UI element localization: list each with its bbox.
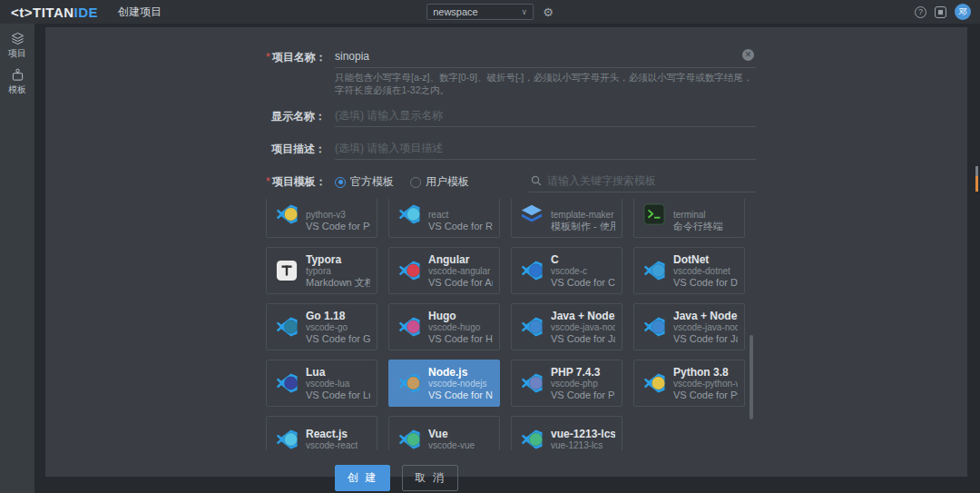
template-name: vscode-angular (428, 266, 493, 277)
template-card[interactable]: Python 3.8 vscode-python-v3 VS Code for … (633, 360, 745, 407)
clear-input-icon[interactable]: ✕ (742, 49, 754, 61)
app-logo: <t>TITANIDE (11, 5, 98, 20)
template-desc: 命令行终端 (673, 221, 723, 232)
template-box-icon (11, 68, 24, 82)
radio-user-template[interactable]: 用户模板 (410, 174, 469, 190)
template-card[interactable]: python-v3 VS Code for Python (266, 199, 377, 238)
vscode-icon (273, 429, 300, 451)
layers-icon (518, 203, 545, 225)
template-title: C (551, 253, 615, 266)
template-title: Python 3.8 (673, 366, 738, 379)
template-card[interactable]: Java + Node10 vscode-java-node10 VS Code… (511, 303, 622, 350)
grid-scrollbar-thumb[interactable] (750, 335, 753, 419)
template-name: react (428, 210, 493, 221)
project-name-label: *项目名称： (266, 47, 326, 65)
template-title: Lua (306, 366, 370, 379)
vscode-icon (518, 260, 545, 282)
template-card[interactable]: Java + Node16 vscode-java-node16 VS Code… (633, 303, 745, 350)
project-name-row: *项目名称： ✕ (266, 47, 756, 68)
template-card[interactable]: Go 1.18 vscode-go VS Code for Go 1.18 (266, 303, 377, 350)
cancel-button[interactable]: 取 消 (402, 465, 457, 491)
template-card[interactable]: vue-1213-lcs vue-1213-lcs (511, 416, 622, 450)
template-desc: VS Code for Python (673, 389, 738, 401)
chevron-down-icon: ∨ (522, 7, 528, 16)
template-desc: VS Code for Go 1.18 (306, 333, 370, 345)
template-card[interactable]: Vue vscode-vue (388, 416, 500, 450)
radio-selected-icon (335, 177, 346, 188)
page-scrollbar-marker[interactable] (975, 176, 978, 192)
template-name: vscode-react (306, 440, 358, 450)
template-card[interactable]: PHP 7.4.3 vscode-php VS Code for PHP (511, 360, 622, 407)
project-name-input[interactable] (335, 48, 756, 68)
template-title: Go 1.18 (306, 310, 370, 322)
workspace-select[interactable]: newspace ∨ (426, 4, 534, 20)
template-title: Hugo (428, 310, 493, 322)
template-name: vscode-php (551, 379, 615, 389)
template-card[interactable]: Angular vscode-angular VS Code for Angul… (388, 247, 500, 294)
vscode-icon (518, 372, 545, 395)
template-name: vscode-python-v3 (673, 379, 738, 389)
vscode-icon (518, 316, 545, 339)
template-name: vscode-go (306, 322, 370, 333)
template-desc: VS Code for React.js (428, 221, 493, 232)
vscode-icon (273, 372, 300, 395)
template-search-input[interactable] (529, 173, 756, 192)
template-desc: VS Code for Java + ... (551, 333, 615, 345)
template-card[interactable]: Node.js vscode-nodejs VS Code for Node.j… (388, 360, 500, 407)
template-desc: Markdown 文档编写... (306, 277, 370, 289)
template-card[interactable]: C vscode-c VS Code for C (511, 247, 622, 294)
project-desc-input[interactable] (335, 140, 756, 160)
sidebar: 项目 模板 (0, 24, 34, 493)
template-title: Typora (306, 253, 370, 266)
template-title (428, 199, 493, 210)
display-name-input[interactable] (335, 107, 756, 127)
create-button[interactable]: 创 建 (335, 465, 390, 491)
display-name-row: 显示名称： (266, 106, 756, 127)
vscode-icon (396, 429, 423, 451)
template-card[interactable]: Typora typora Markdown 文档编写... (266, 247, 377, 294)
help-icon[interactable]: ? (915, 6, 926, 18)
template-name: vscode-lua (306, 379, 370, 389)
console-icon[interactable] (935, 6, 946, 18)
template-card[interactable]: react VS Code for React.js (388, 199, 500, 238)
page-title: 创建项目 (118, 5, 162, 20)
radio-official-template[interactable]: 官方模板 (335, 174, 394, 190)
workspace-value: newspace (433, 6, 478, 17)
page-scrollbar-thumb[interactable] (975, 166, 978, 176)
sidebar-item-projects[interactable]: 项目 (0, 32, 34, 60)
template-title (306, 199, 370, 210)
template-title: Vue (428, 428, 475, 440)
avatar[interactable]: 邓 (955, 4, 971, 20)
template-desc: VS Code for DotNet (673, 277, 738, 289)
template-title: DotNet (673, 253, 738, 266)
template-card[interactable]: DotNet vscode-dotnet VS Code for DotNet (633, 247, 745, 294)
template-title: Angular (428, 253, 493, 266)
template-title: Java + Node10 (551, 310, 615, 322)
template-desc: VS Code for Python (306, 221, 370, 232)
display-name-label: 显示名称： (266, 106, 326, 124)
radio-unselected-icon (410, 177, 421, 188)
template-title (673, 199, 723, 210)
template-card[interactable]: Hugo vscode-hugo VS Code for Hugo (388, 303, 500, 350)
template-row: *项目模板： 官方模板 用户模板 (266, 172, 756, 192)
template-grid-viewport: python-v3 VS Code for Python react VS Co… (266, 199, 745, 450)
template-title: PHP 7.4.3 (551, 366, 615, 379)
template-name: vscode-vue (428, 440, 475, 450)
required-mark: * (266, 51, 270, 64)
template-name: template-maker (551, 210, 615, 221)
sidebar-item-templates[interactable]: 模板 (0, 68, 34, 96)
template-grid: python-v3 VS Code for Python react VS Co… (266, 199, 745, 450)
vscode-icon (273, 316, 300, 339)
template-name: vscode-c (551, 266, 615, 277)
workspace-settings-icon[interactable]: ⚙ (543, 6, 554, 18)
template-card[interactable]: React.js vscode-react (266, 416, 377, 450)
template-card[interactable]: terminal 命令行终端 (633, 199, 745, 238)
project-form: *项目名称： ✕ 只能包含小写字母[a-z]、数字[0-9]、破折号[-]，必须… (266, 47, 756, 491)
create-project-panel: *项目名称： ✕ 只能包含小写字母[a-z]、数字[0-9]、破折号[-]，必须… (45, 27, 967, 477)
required-mark: * (266, 175, 270, 188)
template-card[interactable]: template-maker 模板制作 - 使用 Tem... (511, 199, 622, 238)
sidebar-item-label: 项目 (8, 47, 26, 60)
template-card[interactable]: Lua vscode-lua VS Code for Lua (266, 360, 377, 407)
search-icon (531, 175, 542, 186)
template-title: vue-1213-lcs (551, 428, 615, 440)
